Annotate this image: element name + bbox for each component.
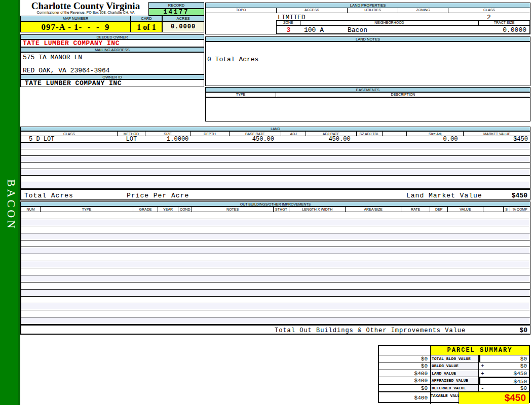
land-size: 1.0000 (145, 136, 191, 142)
empty-row (21, 182, 530, 189)
acres-label: ACRES (162, 16, 204, 21)
land-col-method: METHOD (118, 132, 145, 136)
land-data-row: 5 D LOT LOT 1.0000 450.00 450.00 0.00 $4… (20, 136, 530, 143)
land-sz-adj-tbl (357, 136, 383, 142)
neighborhood-name: Bacon (348, 26, 367, 34)
card-value: 1 of 1 (131, 21, 162, 32)
owner-id-label: OWNER ID (20, 74, 204, 79)
district-sidebar: BACON (0, 0, 20, 405)
address-line-2: RED OAK, VA 23964-3964 (23, 67, 110, 74)
land-market-value: $450 (464, 136, 530, 142)
zoning-label: ZONING (398, 8, 448, 13)
land-depth (191, 136, 229, 142)
total-bldg-value-label: TOTAL BLDG VALUE (431, 355, 479, 362)
empty-row (21, 275, 530, 282)
land-value-label: LAND VALUE (431, 370, 479, 377)
easements-title: EASEMENTS (205, 87, 530, 92)
prior-obldg-value: $0 (379, 362, 431, 370)
land-col-size-adj: Size Adj (407, 132, 464, 136)
out-buildings-total-value: $0 (519, 327, 527, 334)
zone-value: 3 (277, 26, 300, 34)
land-method: LOT (118, 136, 145, 142)
empty-row (21, 212, 530, 219)
empty-row (21, 261, 530, 268)
ob-col-sthgt: STHGT (274, 207, 289, 212)
land-class: 5 D LOT (21, 136, 118, 142)
ob-col-s: S (504, 207, 510, 212)
land-adj-rate: 450.00 (306, 136, 356, 142)
empty-row (21, 282, 530, 290)
taxable-value-label: TAXABLE VALUE (431, 392, 459, 404)
prior-land-value: $400 (379, 370, 431, 377)
empty-row (21, 317, 530, 325)
zone-neighborhood-table: ZONE NEIGHBORHOOD TRACT SIZE 3 100 A Bac… (276, 20, 530, 34)
land-col-adj: ADJ (281, 132, 306, 136)
op: + (481, 370, 484, 377)
taxable-value: $450 (459, 392, 529, 404)
land-properties-title: LAND PROPERTIES (206, 3, 530, 8)
card-label: CARD (131, 16, 162, 21)
mailing-address-label: MAILING ADDRESS (20, 47, 204, 52)
map-number-value: 097-A - 1- - - 9 (20, 21, 131, 32)
deeded-owner-label: DEEDED OWNER (20, 34, 204, 39)
total-bldg-value: $0 (520, 355, 527, 362)
op: - (481, 385, 484, 391)
land-column-headers: CLASS METHOD SIZE DEPTH BASE RATE ADJ AD… (20, 131, 530, 136)
summary-header-spacer (379, 346, 431, 355)
empty-row (21, 176, 530, 182)
land-col-class: CLASS (21, 132, 118, 136)
out-buildings-total-label: Total Out Buildings & Other Improvements… (275, 327, 466, 334)
empty-row (21, 219, 530, 226)
easement-description-label: DESCRIPTION (276, 92, 530, 97)
empty-row (21, 149, 530, 156)
neighborhood-code: 100 A (304, 26, 324, 34)
empty-row (21, 290, 530, 297)
parcel-summary-title: PARCEL SUMMARY (431, 346, 529, 355)
out-buildings-title: OUT BUILDINGS/OTHER IMPROVEMENTS (20, 201, 530, 207)
neighborhood-label: NEIGHBORHOOD (300, 21, 479, 26)
obldg-value-label: OBLDG VALUE (431, 362, 479, 370)
address-line-1: 575 TA MANOR LN (23, 54, 82, 61)
record-label: RECORD (148, 2, 204, 9)
land-notes-box: 0 Total Acres (205, 42, 530, 86)
appraised-value: $450 (514, 378, 527, 384)
tract-size-label: TRACT SIZE (478, 21, 529, 26)
prior-deferred-value: $0 (379, 385, 431, 392)
land-col-adj-rate: ADJ RATE (306, 132, 356, 136)
ob-col-area-size: AREA/SIZE (346, 207, 401, 212)
class-label: CLASS (448, 8, 530, 13)
empty-row (21, 297, 530, 304)
land-notes-text: 0 Total Acres (207, 56, 258, 63)
land-col-sz-adj-tbl: SZ ADJ TBL (357, 132, 383, 136)
appraised-value-label: APPRAISED VALUE (431, 377, 479, 384)
county-subtitle: Commissioner of the Revenue, PO Box 308,… (21, 11, 150, 14)
empty-row (21, 247, 530, 254)
out-buildings-column-headers: NUM TYPE GRADE YEAR COND NOTES STHGT LEN… (20, 207, 530, 212)
easement-type-label: TYPE (205, 92, 276, 97)
map-number-label: MAP NUMBER (20, 16, 131, 21)
ob-col-type: TYPE (41, 207, 133, 212)
price-per-acre-label: Price Per Acre (127, 192, 189, 199)
land-blank (383, 136, 407, 142)
land-value: $450 (514, 370, 527, 377)
deferred-value-label: DEFERRED VALUE (431, 385, 479, 392)
empty-row (21, 254, 530, 261)
empty-row (21, 268, 530, 275)
empty-row (21, 169, 530, 176)
utilities-label: UTILITIES (347, 8, 398, 13)
land-col-size: SIZE (145, 132, 191, 136)
ob-col-num: NUM (21, 207, 41, 212)
owner-id-value: TATE LUMBER COMPANY INC (20, 79, 204, 87)
topo-label: TOPO (206, 8, 277, 13)
parcel-summary: PARCEL SUMMARY $0 TOTAL BLDG VALUE $0 $0… (378, 345, 530, 403)
zone-label: ZONE (277, 21, 300, 26)
ob-col-cond: COND (178, 207, 192, 212)
land-value-cell: + $450 (479, 370, 529, 377)
district-label: BACON (0, 167, 20, 243)
land-base-rate: 450.00 (230, 136, 281, 142)
land-notes-title: LAND NOTES (205, 36, 530, 42)
land-col-blank (383, 132, 407, 136)
out-buildings-total-row: Total Out Buildings & Other Improvements… (20, 325, 530, 335)
county-title: Charlotte County Virginia (21, 1, 150, 12)
ob-col-value: VALUE (448, 207, 483, 212)
